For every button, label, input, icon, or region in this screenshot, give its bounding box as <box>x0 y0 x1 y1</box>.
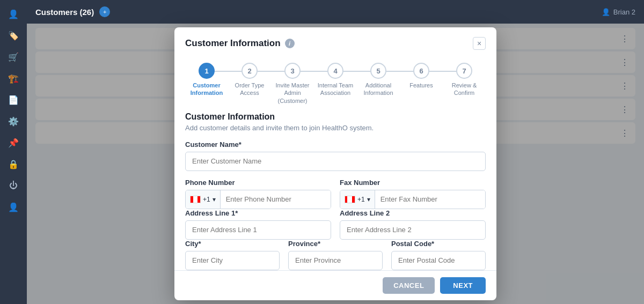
step-label-7: Review & Confirm <box>443 81 486 97</box>
customer-name-input[interactable] <box>185 152 486 171</box>
address-row: Address Line 1* Address Line 2 <box>185 209 486 240</box>
step-2[interactable]: 2 Order Type Access <box>228 63 271 97</box>
fax-label: Fax Number <box>340 179 486 187</box>
step-label-3: Invite MasterAdmin (Customer) <box>271 81 314 105</box>
fax-code: +1 <box>357 196 365 203</box>
sidebar-item-user[interactable]: 👤 <box>5 198 22 216</box>
city-province-postal-row: City* Province* Postal Code* <box>185 240 486 270</box>
step-label-4: Internal TeamAssociation <box>318 81 353 97</box>
phone-flag-dropdown[interactable]: +1 ▾ <box>186 190 221 209</box>
fax-input[interactable] <box>375 190 485 209</box>
page-title: Customers (26) <box>35 8 94 17</box>
main-content: Customers (26) + 👤 Brian 2 ⋮ ⋮ ⋮ <box>27 0 644 304</box>
phone-fax-row: Phone Number +1 ▾ <box>185 179 486 209</box>
content-area: ⋮ ⋮ ⋮ ⋮ ⋮ <box>27 24 644 304</box>
postal-group: Postal Code* <box>391 240 486 270</box>
modal-close-button[interactable]: × <box>473 37 486 50</box>
step-7[interactable]: 7 Review & Confirm <box>443 63 486 97</box>
fax-group: Fax Number +1 ▾ <box>340 179 486 209</box>
sidebar-item-customers[interactable]: 👤 <box>5 5 22 23</box>
province-label: Province* <box>288 240 383 248</box>
address1-input[interactable] <box>185 220 331 240</box>
phone-input[interactable] <box>221 190 331 209</box>
cancel-button[interactable]: CANCEL <box>383 277 435 294</box>
customer-name-label: Customer Name* <box>185 140 486 149</box>
step-4[interactable]: 4 Internal TeamAssociation <box>314 63 357 97</box>
sidebar-item-pin[interactable]: 📌 <box>5 134 22 151</box>
phone-dropdown-icon: ▾ <box>213 196 216 203</box>
step-circle-3: 3 <box>284 63 301 79</box>
fax-flag-dropdown[interactable]: +1 ▾ <box>340 190 375 209</box>
sidebar-item-build[interactable]: 🏗️ <box>5 70 22 87</box>
fax-dropdown-icon: ▾ <box>367 196 370 203</box>
customer-name-group: Customer Name* <box>185 140 486 171</box>
step-1[interactable]: 1 CustomerInformation <box>185 63 228 97</box>
next-button[interactable]: NEXT <box>440 277 486 294</box>
step-5[interactable]: 5 AdditionalInformation <box>357 63 400 97</box>
phone-input-group: +1 ▾ <box>185 190 331 209</box>
step-label-6: Features <box>409 81 433 89</box>
modal-overlay: Customer Information i × 1 <box>27 24 644 304</box>
postal-input[interactable] <box>391 251 486 270</box>
top-bar-user: 👤 Brian 2 <box>602 8 635 16</box>
modal-footer: CANCEL NEXT <box>174 270 496 300</box>
step-wizard: 1 CustomerInformation 2 Order Type Acces… <box>174 56 496 112</box>
city-label: City* <box>185 240 280 248</box>
top-bar-left: Customers (26) + <box>35 6 110 17</box>
province-group: Province* <box>288 240 383 270</box>
modal-title: Customer Information i <box>185 38 295 49</box>
canada-flag-icon <box>190 196 201 203</box>
province-input[interactable] <box>288 251 383 270</box>
address2-label: Address Line 2 <box>340 209 486 217</box>
address1-group: Address Line 1* <box>185 209 331 240</box>
sidebar-item-cart[interactable]: 🛒 <box>5 48 22 65</box>
fax-input-group: +1 ▾ <box>340 190 486 209</box>
phone-code: +1 <box>203 196 210 203</box>
step-circle-1: 1 <box>199 63 215 79</box>
info-icon: i <box>285 39 295 48</box>
address2-input[interactable] <box>340 220 486 240</box>
sidebar: 👤 🏷️ 🛒 🏗️ 📄 ⚙️ 📌 🔒 ⏻ 👤 <box>0 0 27 304</box>
step-circle-5: 5 <box>370 63 386 79</box>
user-icon: 👤 <box>602 8 610 16</box>
step-circle-2: 2 <box>241 63 258 79</box>
step-circle-7: 7 <box>456 63 472 79</box>
city-input[interactable] <box>185 251 280 270</box>
top-bar: Customers (26) + 👤 Brian 2 <box>27 0 644 24</box>
step-circle-4: 4 <box>327 63 343 79</box>
add-badge[interactable]: + <box>99 6 110 17</box>
step-6[interactable]: 6 Features <box>400 63 443 89</box>
step-label-1: CustomerInformation <box>191 81 223 97</box>
address1-label: Address Line 1* <box>185 209 331 217</box>
step-label-5: AdditionalInformation <box>363 81 393 97</box>
address2-group: Address Line 2 <box>340 209 486 240</box>
step-label-2: Order Type Access <box>228 81 271 97</box>
section-desc: Add customer details and invite them to … <box>185 124 486 132</box>
sidebar-item-tags[interactable]: 🏷️ <box>5 27 22 44</box>
sidebar-item-settings[interactable]: ⚙️ <box>5 113 22 130</box>
step-3[interactable]: 3 Invite MasterAdmin (Customer) <box>271 63 314 105</box>
sidebar-item-power[interactable]: ⏻ <box>5 177 22 194</box>
modal-header: Customer Information i × <box>174 27 496 56</box>
phone-group: Phone Number +1 ▾ <box>185 179 331 209</box>
postal-label: Postal Code* <box>391 240 486 248</box>
sidebar-item-lock[interactable]: 🔒 <box>5 155 22 173</box>
canada-flag-fax-icon <box>345 196 355 203</box>
city-group: City* <box>185 240 280 270</box>
modal-body: Customer Information Add customer detail… <box>174 112 496 270</box>
sidebar-item-docs[interactable]: 📄 <box>5 91 22 108</box>
step-circle-6: 6 <box>413 63 429 79</box>
phone-label: Phone Number <box>185 179 331 187</box>
customer-information-modal: Customer Information i × 1 <box>174 27 496 300</box>
section-title: Customer Information <box>185 112 486 122</box>
